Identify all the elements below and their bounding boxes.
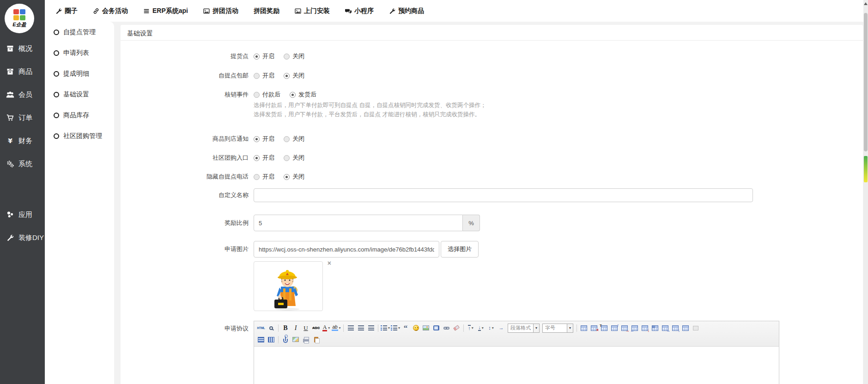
- sidebar-item-订单[interactable]: 订单: [0, 106, 45, 129]
- subnav-item-申请列表[interactable]: 申请列表: [45, 42, 114, 63]
- preview-icon[interactable]: [267, 323, 276, 333]
- subnav-item-商品库存[interactable]: 商品库存: [45, 105, 114, 126]
- margin-top-icon[interactable]: ↑▾: [466, 323, 475, 333]
- align-left-icon[interactable]: [346, 323, 355, 333]
- radio-button-checked[interactable]: [284, 174, 290, 180]
- radio-button[interactable]: [284, 136, 290, 142]
- scrollbar-thumb[interactable]: [864, 13, 868, 151]
- subnav-item-社区团购管理[interactable]: 社区团购管理: [45, 126, 114, 146]
- unordered-list-icon[interactable]: ▾: [391, 323, 400, 333]
- insert-media-icon[interactable]: [431, 323, 441, 333]
- topnav-item-拼团活动[interactable]: 拼团活动: [203, 7, 238, 15]
- topnav-item-ERP系统api[interactable]: ERP系统api: [143, 7, 188, 15]
- insert-table-icon[interactable]: [579, 323, 589, 333]
- emoticon-icon[interactable]: [411, 323, 420, 333]
- indent-icon[interactable]: →: [497, 323, 506, 333]
- radio-button-checked[interactable]: [290, 92, 296, 98]
- highlight-color-icon[interactable]: ab▾: [332, 323, 341, 333]
- sidebar-item-系统[interactable]: 系统: [0, 152, 45, 175]
- table-prop-icon[interactable]: T: [600, 323, 609, 333]
- radio-option-付款后[interactable]: 付款后: [254, 90, 280, 99]
- apply-image-url-input[interactable]: [254, 241, 439, 258]
- radio-option-开启[interactable]: 开启: [254, 154, 274, 162]
- radio-option-开启[interactable]: 开启: [254, 52, 274, 60]
- radio-button[interactable]: [284, 155, 290, 161]
- radio-option-发货后[interactable]: 发货后: [290, 90, 316, 99]
- bold-icon[interactable]: B: [281, 323, 290, 333]
- sidebar-item-财务[interactable]: ¥财务: [0, 129, 45, 152]
- delete-col-icon[interactable]: ↓: [640, 323, 649, 333]
- topnav-item-拼团奖励[interactable]: 拼团奖励: [254, 7, 279, 15]
- print-icon[interactable]: [301, 335, 310, 344]
- topnav-item-上门安装[interactable]: 上门安装: [295, 7, 330, 15]
- topnav-item-小程序[interactable]: 小程序: [345, 7, 374, 15]
- insert-image-icon[interactable]: [421, 323, 431, 333]
- insert-row-below-icon[interactable]: ↓: [671, 323, 680, 333]
- radio-button-checked[interactable]: [284, 73, 290, 79]
- insert-col-right-icon[interactable]: →: [661, 323, 670, 333]
- image-map-icon[interactable]: [291, 335, 300, 344]
- delete-row-icon[interactable]: →: [620, 323, 629, 333]
- fullscreen-icon[interactable]: [691, 323, 700, 333]
- radio-button[interactable]: [254, 174, 260, 180]
- radio-option-开启[interactable]: 开启: [254, 173, 274, 181]
- delete-table-icon[interactable]: ×: [589, 323, 599, 333]
- sidebar-item-商品[interactable]: 商品: [0, 60, 45, 83]
- radio-option-关闭[interactable]: 关闭: [284, 72, 304, 80]
- radio-option-关闭[interactable]: 关闭: [284, 135, 304, 143]
- reward-ratio-input[interactable]: [254, 215, 463, 231]
- cell-prop-icon[interactable]: [650, 323, 660, 333]
- radio-option-开启[interactable]: 开启: [254, 72, 274, 80]
- brand-logo[interactable]: E企盈: [5, 4, 34, 33]
- radio-button[interactable]: [254, 92, 260, 98]
- sidebar-item-概况[interactable]: 概况: [0, 37, 45, 60]
- remove-image-icon[interactable]: ×: [328, 260, 331, 266]
- sidebar-item-应用[interactable]: 应用: [0, 203, 45, 226]
- paragraph-format-select[interactable]: 段落格式▾: [508, 324, 540, 333]
- editor-content-area[interactable]: [254, 347, 779, 384]
- radio-option-开启[interactable]: 开启: [254, 135, 274, 143]
- italic-icon[interactable]: I: [291, 323, 300, 333]
- scrollbar-accent-thumb[interactable]: [864, 156, 868, 182]
- radio-button-checked[interactable]: [254, 155, 260, 161]
- subnav-item-基础设置[interactable]: 基础设置: [45, 84, 114, 105]
- page-scrollbar[interactable]: [863, 0, 868, 384]
- link-icon[interactable]: [442, 323, 451, 333]
- radio-button[interactable]: [284, 54, 290, 60]
- sidebar-item-装修DIY[interactable]: 装修DIY: [0, 226, 45, 249]
- align-center-icon[interactable]: [356, 323, 365, 333]
- radio-button[interactable]: [254, 73, 260, 79]
- line-height-icon[interactable]: ↕▾: [486, 323, 496, 333]
- font-color-icon[interactable]: A▾: [322, 323, 331, 333]
- radio-option-关闭[interactable]: 关闭: [284, 154, 304, 162]
- subnav-item-自提点管理[interactable]: 自提点管理: [45, 22, 114, 42]
- custom-name-input[interactable]: [254, 188, 753, 202]
- radio-button-checked[interactable]: [254, 54, 260, 60]
- strikethrough-icon[interactable]: ABC: [311, 323, 321, 333]
- insert-row-above-icon[interactable]: ↑: [610, 323, 619, 333]
- align-right-icon[interactable]: [366, 323, 376, 333]
- remove-format-icon[interactable]: [452, 323, 461, 333]
- choose-image-button[interactable]: 选择图片: [441, 241, 479, 258]
- radio-option-关闭[interactable]: 关闭: [284, 173, 304, 181]
- paste-icon[interactable]: [311, 335, 321, 344]
- blockquote-icon[interactable]: “: [401, 323, 410, 333]
- subnav-item-提成明细[interactable]: 提成明细: [45, 63, 114, 84]
- ordered-list-icon[interactable]: ▾: [381, 323, 390, 333]
- scrollbar-up-arrow-icon[interactable]: [864, 2, 868, 5]
- margin-bottom-icon[interactable]: ↓▾: [476, 323, 486, 333]
- topnav-item-预约商品[interactable]: 预约商品: [389, 7, 424, 15]
- html-source-icon[interactable]: HTML: [256, 323, 266, 333]
- merge-rows-icon[interactable]: [256, 335, 266, 344]
- insert-col-left-icon[interactable]: ←: [630, 323, 639, 333]
- sidebar-item-会员[interactable]: 会员: [0, 83, 45, 106]
- merge-cols-icon[interactable]: [267, 335, 276, 344]
- table-grid-icon[interactable]: [681, 323, 690, 333]
- anchor-icon[interactable]: [281, 335, 290, 344]
- radio-button-checked[interactable]: [254, 136, 260, 142]
- radio-option-关闭[interactable]: 关闭: [284, 52, 304, 60]
- topnav-item-圈子[interactable]: 圈子: [55, 7, 78, 15]
- underline-icon[interactable]: U: [301, 323, 310, 333]
- topnav-item-会务活动[interactable]: 会务活动: [93, 7, 128, 15]
- font-size-select[interactable]: 字号▾: [542, 324, 573, 333]
